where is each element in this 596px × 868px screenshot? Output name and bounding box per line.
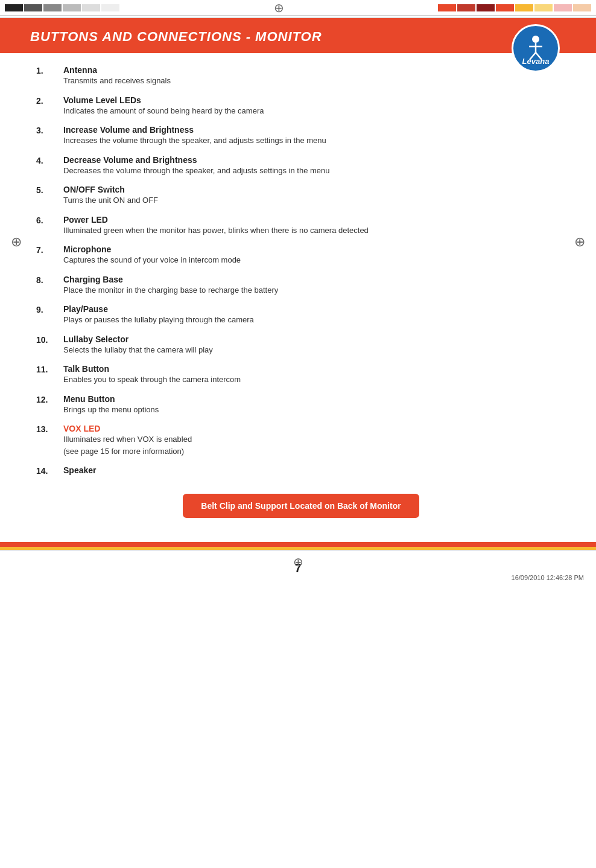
item-8-desc: Place the monitor in the charging base t… xyxy=(63,284,566,296)
item-8-content: Charging Base Place the monitor in the c… xyxy=(63,275,566,296)
item-14-number: 14. xyxy=(36,465,63,476)
left-swatches xyxy=(0,2,124,13)
svg-point-0 xyxy=(532,36,539,43)
item-1: 1. Antenna Transmits and receives signal… xyxy=(36,65,566,87)
item-2: 2. Volume Level LEDs Indicates the amoun… xyxy=(36,95,566,117)
item-12-number: 12. xyxy=(36,394,63,404)
swatch-r1 xyxy=(438,4,456,11)
item-7-desc: Captures the sound of your voice in inte… xyxy=(63,254,566,266)
title-text: BUTTONS AND CONNECTIONS - MONITOR xyxy=(30,29,322,44)
left-crosshair: ⊕ xyxy=(11,234,22,250)
item-11-desc: Enables you to speak through the camera … xyxy=(63,374,566,386)
item-1-number: 1. xyxy=(36,65,63,75)
item-12-desc: Brings up the menu options xyxy=(63,404,566,416)
swatch-r5 xyxy=(515,4,533,11)
item-4: 4. Decrease Volume and Brightness Decrea… xyxy=(36,155,566,177)
item-3: 3. Increase Volume and Brightness Increa… xyxy=(36,125,566,147)
item-8-number: 8. xyxy=(36,275,63,285)
item-10-label: Lullaby Selector xyxy=(63,334,566,344)
item-6-label: Power LED xyxy=(63,215,566,225)
swatch-2 xyxy=(24,4,42,11)
item-5-content: ON/OFF Switch Turns the unit ON and OFF xyxy=(63,185,566,206)
item-7-label: Microphone xyxy=(63,244,566,254)
item-3-desc: Increases the volume through the speaker… xyxy=(63,135,566,147)
top-crosshair: ⊕ xyxy=(124,1,433,15)
item-9-desc: Plays or pauses the lullaby playing thro… xyxy=(63,314,566,326)
swatch-r2 xyxy=(457,4,475,11)
item-8-label: Charging Base xyxy=(63,275,566,284)
item-9-number: 9. xyxy=(36,304,63,314)
item-9-label: Play/Pause xyxy=(63,304,566,314)
right-crosshair: ⊕ xyxy=(574,234,585,250)
top-color-strip: ⊕ xyxy=(0,0,596,16)
item-13: 13. VOX LED Illuminates red when VOX is … xyxy=(36,424,566,457)
main-content: ⊕ ⊕ 1. Antenna Transmits and receives si… xyxy=(0,53,596,542)
item-6-content: Power LED Illuminated green when the mon… xyxy=(63,215,566,237)
swatch-5 xyxy=(82,4,100,11)
item-5-desc: Turns the unit ON and OFF xyxy=(63,194,566,206)
item-11-label: Talk Button xyxy=(63,364,566,374)
item-4-content: Decrease Volume and Brightness Decreases… xyxy=(63,155,566,177)
item-5-label: ON/OFF Switch xyxy=(63,185,566,194)
item-10: 10. Lullaby Selector Selects the lullaby… xyxy=(36,334,566,356)
footer-crosshair: ⊕ xyxy=(293,555,303,569)
item-7-content: Microphone Captures the sound of your vo… xyxy=(63,244,566,266)
item-10-number: 10. xyxy=(36,334,63,345)
item-10-desc: Selects the lullaby that the camera will… xyxy=(63,344,566,356)
item-12-label: Menu Button xyxy=(63,394,566,404)
item-6: 6. Power LED Illuminated green when the … xyxy=(36,215,566,237)
footer-date: 16/09/2010 12:46:28 PM xyxy=(512,574,584,581)
right-swatches xyxy=(433,2,596,13)
swatch-6 xyxy=(101,4,119,11)
item-2-content: Volume Level LEDs Indicates the amount o… xyxy=(63,95,566,117)
swatch-r7 xyxy=(554,4,572,11)
item-3-content: Increase Volume and Brightness Increases… xyxy=(63,125,566,147)
item-9-content: Play/Pause Plays or pauses the lullaby p… xyxy=(63,304,566,326)
item-4-label: Decrease Volume and Brightness xyxy=(63,155,566,165)
page-title: BUTTONS AND CONNECTIONS - MONITOR xyxy=(30,29,322,45)
footer: 7 ⊕ 16/09/2010 12:46:28 PM xyxy=(0,550,596,586)
item-14-label: Speaker xyxy=(63,465,566,475)
item-11-number: 11. xyxy=(36,364,63,374)
item-9: 9. Play/Pause Plays or pauses the lullab… xyxy=(36,304,566,326)
belt-clip-section: Belt Clip and Support Located on Back of… xyxy=(36,494,566,518)
item-5-number: 5. xyxy=(36,185,63,195)
item-1-desc: Transmits and receives signals xyxy=(63,75,566,87)
item-11: 11. Talk Button Enables you to speak thr… xyxy=(36,364,566,386)
swatch-3 xyxy=(43,4,62,11)
item-6-number: 6. xyxy=(36,215,63,225)
item-1-content: Antenna Transmits and receives signals xyxy=(63,65,566,87)
item-3-number: 3. xyxy=(36,125,63,135)
item-2-number: 2. xyxy=(36,95,63,106)
item-1-label: Antenna xyxy=(63,65,566,75)
item-12-content: Menu Button Brings up the menu options xyxy=(63,394,566,416)
item-11-content: Talk Button Enables you to speak through… xyxy=(63,364,566,386)
bottom-orange-bar xyxy=(0,542,596,547)
item-4-desc: Decreases the volume through the speaker… xyxy=(63,165,566,177)
item-2-desc: Indicates the amount of sound being hear… xyxy=(63,105,566,117)
item-14-content: Speaker xyxy=(63,465,566,475)
item-6-desc: Illuminated green when the monitor has p… xyxy=(63,225,566,237)
swatch-4 xyxy=(63,4,81,11)
item-7: 7. Microphone Captures the sound of your… xyxy=(36,244,566,266)
item-4-number: 4. xyxy=(36,155,63,165)
item-14: 14. Speaker xyxy=(36,465,566,476)
item-13-number: 13. xyxy=(36,424,63,434)
item-8: 8. Charging Base Place the monitor in th… xyxy=(36,275,566,296)
item-13-desc: Illuminates red when VOX is enabled(see … xyxy=(63,433,566,457)
swatch-r6 xyxy=(534,4,553,11)
swatch-1 xyxy=(5,4,23,11)
item-10-content: Lullaby Selector Selects the lullaby tha… xyxy=(63,334,566,356)
swatch-r4 xyxy=(496,4,514,11)
item-13-label: VOX LED xyxy=(63,424,566,433)
item-13-content: VOX LED Illuminates red when VOX is enab… xyxy=(63,424,566,457)
item-12: 12. Menu Button Brings up the menu optio… xyxy=(36,394,566,416)
swatch-r3 xyxy=(477,4,495,11)
header-section: BUTTONS AND CONNECTIONS - MONITOR Levana xyxy=(0,18,596,53)
belt-clip-button: Belt Clip and Support Located on Back of… xyxy=(183,494,419,518)
item-7-number: 7. xyxy=(36,244,63,255)
item-5: 5. ON/OFF Switch Turns the unit ON and O… xyxy=(36,185,566,206)
items-list: 1. Antenna Transmits and receives signal… xyxy=(0,53,596,542)
item-2-label: Volume Level LEDs xyxy=(63,95,566,105)
swatch-r8 xyxy=(573,4,591,11)
